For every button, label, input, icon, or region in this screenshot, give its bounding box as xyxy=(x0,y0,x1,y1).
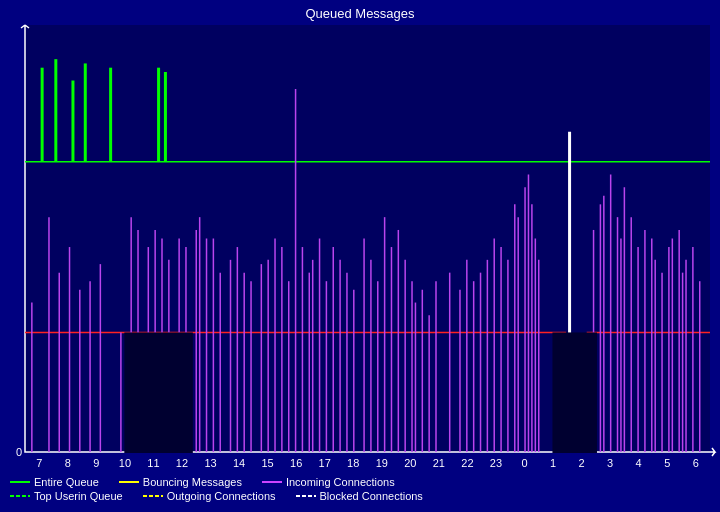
legend-blocked-label: Blocked Connections xyxy=(320,490,423,502)
legend-entire-queue: Entire Queue xyxy=(10,476,99,488)
legend-blocked: Blocked Connections xyxy=(296,490,423,502)
legend-incoming: Incoming Connections xyxy=(262,476,395,488)
legend-outgoing: Outgoing Connections xyxy=(143,490,276,502)
chart-container: Entire Queue Bouncing Messages Incoming … xyxy=(0,0,720,512)
legend-incoming-label: Incoming Connections xyxy=(286,476,395,488)
legend-top-user-label: Top Userin Queue xyxy=(34,490,123,502)
legend-top-user: Top Userin Queue xyxy=(10,490,123,502)
legend: Entire Queue Bouncing Messages Incoming … xyxy=(10,476,423,502)
legend-row-2: Top Userin Queue Outgoing Connections Bl… xyxy=(10,490,423,502)
legend-bouncing-label: Bouncing Messages xyxy=(143,476,242,488)
legend-bouncing: Bouncing Messages xyxy=(119,476,242,488)
chart-canvas xyxy=(0,0,720,512)
legend-row-1: Entire Queue Bouncing Messages Incoming … xyxy=(10,476,423,488)
legend-outgoing-label: Outgoing Connections xyxy=(167,490,276,502)
legend-entire-queue-label: Entire Queue xyxy=(34,476,99,488)
